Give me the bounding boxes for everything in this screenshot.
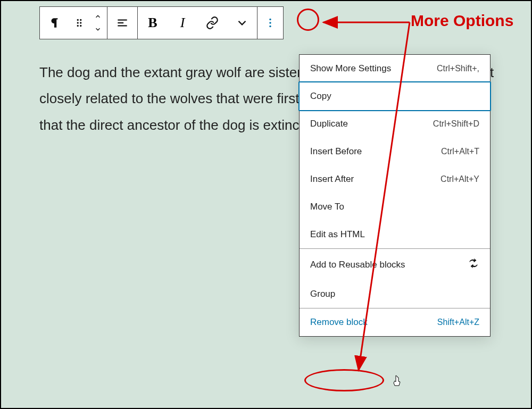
bold-button[interactable]: B: [138, 7, 168, 39]
menu-shortcut: Ctrl+Shift+D: [433, 119, 479, 129]
svg-point-0: [77, 19, 79, 21]
menu-duplicate[interactable]: Duplicate Ctrl+Shift+D: [300, 110, 490, 138]
menu-shortcut: Shift+Alt+Z: [437, 318, 479, 327]
pointer-cursor-icon: [392, 374, 403, 387]
menu-label: Edit as HTML: [310, 229, 365, 240]
svg-point-9: [269, 19, 271, 20]
svg-point-5: [80, 25, 81, 27]
svg-point-11: [269, 26, 271, 27]
pilcrow-icon: [48, 16, 62, 30]
chevron-down-icon: [93, 26, 103, 33]
link-icon: [205, 16, 219, 30]
link-button[interactable]: [197, 7, 227, 39]
align-left-icon: [115, 16, 129, 30]
align-button[interactable]: [107, 7, 137, 39]
block-type-paragraph-button[interactable]: [40, 7, 70, 39]
menu-label: Copy: [310, 91, 331, 102]
drag-handle[interactable]: [70, 7, 89, 39]
menu-label: Move To: [310, 202, 344, 212]
menu-label: Duplicate: [310, 119, 348, 129]
more-options-button[interactable]: [257, 7, 283, 39]
menu-group[interactable]: Group: [300, 280, 490, 308]
svg-point-1: [80, 19, 81, 21]
italic-button[interactable]: I: [168, 7, 197, 39]
more-vertical-icon: [263, 16, 277, 30]
menu-show-more-settings[interactable]: Show More Settings Ctrl+Shift+,: [300, 55, 490, 82]
menu-add-reusable[interactable]: Add to Reusable blocks: [300, 249, 490, 280]
italic-icon: I: [180, 15, 185, 31]
menu-shortcut: Ctrl+Shift+,: [437, 64, 479, 73]
drag-icon: [73, 17, 85, 29]
block-toolbar: B I: [39, 6, 284, 39]
annotation-circle-more: [297, 9, 319, 31]
menu-remove-block[interactable]: Remove block Shift+Alt+Z: [300, 308, 490, 336]
svg-point-4: [77, 25, 79, 27]
annotation-ellipse-remove: [304, 369, 384, 391]
annotation-label-more: More Options: [411, 12, 513, 30]
move-up-button[interactable]: [89, 10, 107, 23]
menu-label: Add to Reusable blocks: [310, 260, 405, 270]
reusable-icon: [468, 257, 479, 272]
menu-move-to[interactable]: Move To: [300, 193, 490, 221]
menu-shortcut: Ctrl+Alt+T: [441, 147, 479, 156]
svg-point-10: [269, 22, 271, 23]
more-rich-text-button[interactable]: [227, 7, 257, 39]
menu-label: Insert After: [310, 174, 354, 185]
menu-insert-after[interactable]: Insert After Ctrl+Alt+Y: [300, 165, 490, 193]
more-options-menu: Show More Settings Ctrl+Shift+, Copy Dup…: [299, 54, 491, 337]
svg-point-2: [77, 22, 79, 23]
menu-label: Insert Before: [310, 146, 362, 157]
menu-label: Remove block: [310, 317, 368, 328]
menu-label: Show More Settings: [310, 63, 391, 74]
menu-edit-html[interactable]: Edit as HTML: [300, 221, 490, 248]
menu-insert-before[interactable]: Insert Before Ctrl+Alt+T: [300, 138, 490, 165]
menu-shortcut: Ctrl+Alt+Y: [440, 174, 479, 184]
menu-copy[interactable]: Copy: [298, 81, 491, 111]
svg-point-3: [80, 22, 81, 23]
chevron-down-icon: [235, 16, 249, 30]
chevron-up-icon: [93, 13, 103, 20]
move-down-button[interactable]: [89, 23, 107, 36]
menu-label: Group: [310, 289, 335, 299]
bold-icon: B: [148, 15, 157, 31]
